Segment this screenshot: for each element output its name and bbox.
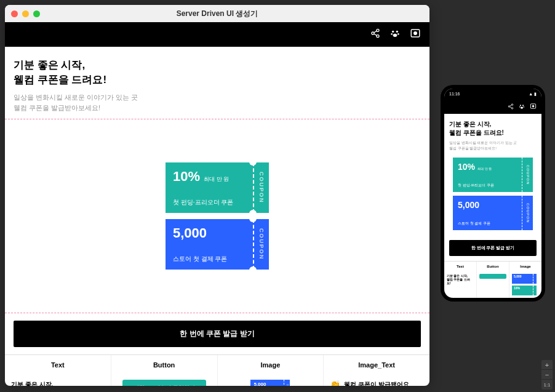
svg-point-11 <box>414 32 417 35</box>
title-line2: 웰컴 쿠폰을 드려요! <box>14 74 106 86</box>
phone-palette-header-image[interactable]: Image <box>509 262 541 271</box>
svg-point-6 <box>396 31 398 33</box>
svg-line-3 <box>374 34 377 36</box>
phone-coupon-blue[interactable]: 5,000 스토어 첫 결제 쿠폰 COUPON <box>453 196 533 230</box>
svg-point-12 <box>511 104 513 106</box>
traffic-lights <box>11 10 40 17</box>
coupon-blue-desc: 스토어 첫 결제 쿠폰 <box>173 255 246 263</box>
page-subtitle: 일상을 변화시킬 새로운 이야기가 있는 곳 웰컴 쿠폰을 발급받아보세요! <box>14 92 421 114</box>
phone-content: 기분 좋은 시작, 웰컴 쿠폰을 드려요! 일상을 변화시킬 새로운 이야기가 … <box>444 114 541 235</box>
svg-point-19 <box>519 106 521 108</box>
palette-text-line1: 기분 좋은 시작, <box>11 381 53 386</box>
phone-palette-button-sample <box>479 274 506 279</box>
svg-point-0 <box>377 29 379 31</box>
palette-row: 기분 좋은 시작, 웰컴 쿠폰을 드려요! 펀딩 · 프리오더 구경하기 5,0… <box>5 375 429 386</box>
app-header-bar <box>5 22 429 47</box>
phone-preview: 11:16 ▲ ▮ 기분 좋은 시작, 웰컴 쿠폰을 드려요! 일상을 변화시킬… <box>441 85 545 302</box>
window-title: Server Driven UI 생성기 <box>177 9 258 19</box>
maximize-window-button[interactable] <box>33 10 40 17</box>
zoom-controls: + − 1:1 <box>541 360 553 390</box>
palette-header-text[interactable]: Text <box>5 355 111 375</box>
content-area: 기분 좋은 시작, 웰컴 쿠폰을 드려요! 일상을 변화시킬 새로운 이야기가 … <box>5 22 429 386</box>
phone-cta-button[interactable]: 한 번에 쿠폰 발급 받기 <box>449 240 537 256</box>
phone-palette: Text Button Image 기분 좋은 시작, 웰컴 쿠폰을 드려요! … <box>444 261 541 298</box>
palette-header-image[interactable]: Image <box>218 355 324 375</box>
palette-cell-image[interactable]: 5,000스토어 첫 결제 쿠폰 COUPON 10%첫 펀딩·프리오더 쿠폰 … <box>218 375 324 386</box>
phone-time: 11:16 <box>449 92 460 96</box>
phone-palette-cell-image[interactable]: 5,000 10% <box>509 271 541 298</box>
phone-palette-header-text[interactable]: Text <box>444 262 477 271</box>
svg-point-2 <box>377 35 379 38</box>
phone-header <box>444 99 541 114</box>
phone-status-icons: ▲ ▮ <box>529 92 537 97</box>
zoom-in-button[interactable]: + <box>541 360 553 370</box>
paw-icon[interactable] <box>519 101 525 112</box>
phone-sub-line1: 일상을 변화시킬 새로운 이야기가 있는 곳 <box>449 141 517 145</box>
svg-point-13 <box>508 106 510 108</box>
coupon-teal-desc: 첫 펀딩·프리오더 쿠폰 <box>173 198 246 207</box>
svg-line-15 <box>510 107 512 108</box>
coupon-blue-amount: 5,000 <box>173 225 207 241</box>
page-content: 기분 좋은 시작, 웰컴 쿠폰을 드려요! 일상을 변화시킬 새로운 이야기가 … <box>5 47 429 119</box>
phone-palette-cell-button[interactable] <box>477 271 509 298</box>
svg-point-14 <box>511 108 513 110</box>
coupon-teal-limit: 최대 만 원 <box>204 175 229 183</box>
coupon-teal-amount: 10% <box>173 169 200 185</box>
page-title: 기분 좋은 시작, 웰컴 쿠폰을 드려요! <box>14 58 421 87</box>
section-divider-bottom <box>5 313 429 313</box>
share-icon[interactable] <box>370 28 380 41</box>
paw-icon[interactable] <box>390 28 400 41</box>
preview-icon[interactable] <box>530 101 537 112</box>
svg-point-5 <box>392 31 394 33</box>
palette-header-button[interactable]: Button <box>111 355 218 375</box>
mini-coupon-blue: 5,000스토어 첫 결제 쿠폰 COUPON <box>250 380 290 386</box>
title-line1: 기분 좋은 시작, <box>14 59 85 71</box>
subtitle-line1: 일상을 변화시킬 새로운 이야기가 있는 곳 <box>14 94 138 101</box>
component-palette: Text Button Image Image_Text 기분 좋은 시작, 웰… <box>5 354 429 386</box>
svg-point-17 <box>520 105 521 106</box>
palette-cell-text[interactable]: 기분 좋은 시작, 웰컴 쿠폰을 드려요! <box>5 375 111 386</box>
phone-title-line1: 기분 좋은 시작, <box>449 121 491 127</box>
main-window: Server Driven UI 생성기 기분 좋은 시작, 웰컴 쿠폰을 드려… <box>5 5 429 386</box>
minimize-window-button[interactable] <box>22 10 29 17</box>
close-window-button[interactable] <box>11 10 18 17</box>
svg-line-4 <box>374 31 377 33</box>
issue-coupons-button[interactable]: 한 번에 쿠폰 발급 받기 <box>14 321 421 347</box>
svg-point-7 <box>391 33 393 35</box>
phone-screen: 11:16 ▲ ▮ 기분 좋은 시작, 웰컴 쿠폰을 드려요! 일상을 변화시킬… <box>444 89 541 298</box>
coupon-container: 10% 최대 만 원 첫 펀딩·프리오더 쿠폰 COUPON 5,000 스토어… <box>5 119 429 313</box>
svg-point-1 <box>372 32 374 34</box>
coupon-stub-text: COUPON <box>258 172 265 204</box>
share-icon[interactable] <box>508 101 514 112</box>
svg-point-23 <box>532 105 534 107</box>
phone-palette-header-button[interactable]: Button <box>477 262 509 271</box>
phone-notch <box>474 89 511 96</box>
palette-imagetext-label: 웰컴 쿠폰이 발급됐어요 <box>344 380 409 386</box>
zoom-reset-button[interactable]: 1:1 <box>541 380 553 390</box>
palette-header-imagetext[interactable]: Image_Text <box>324 355 429 375</box>
svg-point-8 <box>397 33 399 35</box>
phone-palette-cell-text[interactable]: 기분 좋은 시작, 웰컴 쿠폰을 드려요! <box>444 271 477 298</box>
coupon-teal[interactable]: 10% 최대 만 원 첫 펀딩·프리오더 쿠폰 COUPON <box>166 162 269 213</box>
preview-icon[interactable] <box>410 28 421 41</box>
clap-icon: 👏 <box>330 380 340 386</box>
subtitle-line2: 웰컴 쿠폰을 발급받아보세요! <box>14 104 100 111</box>
svg-line-16 <box>510 105 512 106</box>
palette-cell-imagetext[interactable]: 👏 웰컴 쿠폰이 발급됐어요 <box>324 375 429 386</box>
zoom-out-button[interactable]: − <box>541 370 553 380</box>
phone-coupon-teal[interactable]: 10% 최대 만 원 첫 펀딩·프리오더 쿠폰 COUPON <box>453 158 533 192</box>
svg-point-18 <box>522 105 524 106</box>
titlebar: Server Driven UI 생성기 <box>5 5 429 22</box>
phone-title-line2: 웰컴 쿠폰을 드려요! <box>449 129 504 136</box>
palette-button-sample: 펀딩 · 프리오더 구경하기 <box>122 380 206 386</box>
svg-point-20 <box>524 106 525 108</box>
coupon-blue[interactable]: 5,000 스토어 첫 결제 쿠폰 COUPON <box>166 219 269 270</box>
phone-sub-line2: 웰컴 쿠폰을 발급받아보세요! <box>449 146 497 150</box>
svg-point-21 <box>521 106 523 108</box>
palette-cell-button[interactable]: 펀딩 · 프리오더 구경하기 <box>111 375 218 386</box>
coupon-stub-text: COUPON <box>258 228 265 260</box>
palette-headers: Text Button Image Image_Text <box>5 355 429 375</box>
svg-point-9 <box>393 34 397 37</box>
